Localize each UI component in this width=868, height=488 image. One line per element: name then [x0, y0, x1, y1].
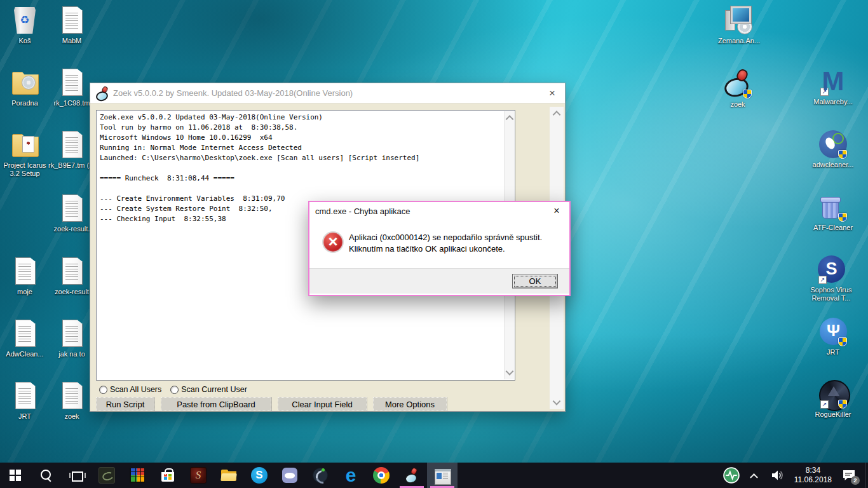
ok-button[interactable]: OK — [512, 274, 558, 288]
console-line: Running in: Normal Mode Internet Access … — [100, 143, 502, 153]
scroll-down-icon[interactable] — [505, 367, 513, 376]
swirl-app-icon[interactable] — [305, 463, 336, 488]
zoek-title-bar[interactable]: Zoek v5.0.0.2 by Smeenk. Updated 03-May-… — [90, 83, 565, 104]
run-script-button[interactable]: Run Script — [96, 397, 154, 411]
desktop-icon-art — [10, 256, 40, 287]
desktop-icon-art — [57, 193, 87, 224]
scroll-down-icon[interactable] — [553, 397, 561, 405]
desktop-icon-label: AdwClean... — [0, 350, 50, 358]
discord-icon[interactable] — [275, 463, 305, 488]
shortcut-arrow-icon — [820, 88, 829, 96]
desktop-icon-label: Zemana.An... — [714, 37, 764, 45]
zoek-taskbar-icon[interactable] — [397, 463, 427, 488]
desktop-icon-label: Malwareby... — [808, 98, 858, 106]
paste-from-clipboard-button[interactable]: Paste from ClipBoard — [161, 397, 271, 411]
desktop-icon-poradna[interactable]: Poradna — [0, 67, 50, 107]
microsoft-store-icon[interactable] — [153, 463, 183, 488]
desktop-icon-art — [10, 130, 40, 160]
desktop-icon-jrt[interactable]: JRT — [0, 381, 50, 421]
shortcut-arrow-icon — [818, 276, 827, 284]
desktop-icon-label: JRT — [0, 412, 50, 421]
error-dialog: cmd.exe - Chyba aplikace × Aplikaci (0xc… — [308, 201, 571, 296]
clock-date: 11.06.2018 — [794, 475, 832, 485]
rubiks-cube-app-icon[interactable] — [122, 463, 153, 488]
desktop-icon-label: Poradna — [0, 99, 50, 107]
game-app-icon[interactable] — [183, 463, 214, 488]
desktop-icon-label: RogueKiller — [808, 410, 858, 419]
task-view-icon[interactable] — [61, 463, 92, 488]
radio-circle-icon — [99, 386, 107, 394]
desktop-icon-jrt[interactable]: JRT — [808, 316, 858, 356]
clear-input-field-button[interactable]: Clear Input Field — [278, 397, 367, 411]
search-icon[interactable] — [31, 463, 61, 488]
clock[interactable]: 8:34 11.06.2018 — [792, 466, 834, 485]
desktop-icon-label: JRT — [808, 348, 858, 356]
console-line — [100, 184, 502, 194]
error-dialog-title-bar[interactable]: cmd.exe - Chyba aplikace × — [309, 202, 569, 220]
file-explorer-icon[interactable] — [214, 463, 244, 488]
console-window-taskbar-icon[interactable] — [427, 463, 458, 488]
desktop-icon-label: zoek — [713, 100, 763, 109]
chrome-icon[interactable] — [366, 463, 397, 488]
action-center-icon[interactable]: 2 — [841, 467, 857, 484]
desktop-icon-art — [724, 5, 754, 36]
scroll-up-icon[interactable] — [553, 111, 561, 119]
desktop-icon-label: zoek — [47, 412, 97, 421]
skype-icon[interactable] — [244, 463, 275, 488]
shield-overlay-icon — [838, 400, 847, 409]
desktop-icon-malwareby[interactable]: Malwareby... — [808, 66, 858, 106]
desktop-icon-label: moje — [0, 288, 50, 296]
desktop-icon-mabm[interactable]: MabM — [47, 5, 97, 45]
scroll-up-icon[interactable] — [505, 115, 513, 123]
nvidia-geforce-icon[interactable] — [92, 463, 122, 488]
desktop-icon-art — [818, 379, 848, 409]
console-line: Zoek.exe v5.0.0.2 Updated 03-May-2018(On… — [100, 112, 502, 123]
start-button[interactable] — [0, 463, 31, 488]
desktop-icon-moje[interactable]: moje — [0, 256, 50, 296]
desktop-icon-sophos-virus-removal-t[interactable]: Sophos Virus Removal T... — [806, 254, 856, 302]
system-monitor-tray-icon[interactable] — [723, 467, 740, 484]
error-icon — [323, 233, 342, 252]
close-icon[interactable]: × — [544, 202, 569, 220]
desktop-icon-label: Sophos Virus Removal T... — [806, 286, 856, 302]
error-dialog-title: cmd.exe - Chyba aplikace — [315, 207, 544, 216]
desktop-wallpaper: Koš MabM Poradna rk_1C98.tm Project Icar… — [0, 0, 868, 463]
volume-icon[interactable] — [769, 467, 785, 484]
desktop-icon-art — [10, 67, 40, 98]
radio-scan-all-users[interactable]: Scan All Users — [99, 385, 161, 394]
shield-overlay-icon — [838, 150, 847, 159]
desktop-icon-label: MabM — [47, 37, 97, 45]
edge-icon[interactable] — [336, 463, 366, 488]
system-tray: 8:34 11.06.2018 2 — [723, 463, 865, 488]
show-desktop-button[interactable] — [865, 463, 868, 488]
desktop-icon-zoek[interactable]: zoek — [713, 69, 763, 109]
desktop-icon-project-icarus-3-2-setup[interactable]: Project Icarus 3.2 Setup — [0, 130, 50, 178]
desktop-icon-adwcleaner[interactable]: adwcleaner... — [808, 129, 858, 169]
console-line: Microsoft Windows 10 Home 10.0.16299 x64 — [100, 133, 502, 143]
console-line — [100, 163, 502, 173]
desktop-icon-ko[interactable]: Koš — [0, 5, 50, 45]
radio-label: Scan Current User — [181, 385, 247, 394]
shortcut-arrow-icon — [820, 400, 829, 409]
desktop-icon-adwclean[interactable]: AdwClean... — [0, 318, 50, 358]
desktop-icon-label: Project Icarus 3.2 Setup — [0, 161, 50, 178]
shield-overlay-icon — [838, 337, 847, 346]
clock-time: 8:34 — [794, 466, 832, 475]
desktop-icon-art — [818, 192, 848, 222]
error-dialog-footer: OK — [309, 268, 569, 294]
radio-label: Scan All Users — [110, 385, 161, 394]
tray-expand-chevron-icon[interactable] — [746, 467, 763, 484]
desktop-icon-zemana-an[interactable]: Zemana.An... — [714, 5, 764, 45]
console-line: ===== Runcheck 8:31:08,44 ===== — [100, 173, 502, 184]
close-icon[interactable]: × — [539, 83, 565, 104]
shield-overlay-icon — [743, 90, 752, 98]
desktop-icon-atf-cleaner[interactable]: ATF-Cleaner — [808, 192, 858, 232]
desktop-icon-art — [818, 66, 848, 97]
zoek-app-icon — [95, 86, 109, 100]
desktop-icon-roguekiller[interactable]: RogueKiller — [808, 379, 858, 419]
more-options-button[interactable]: More Options — [373, 397, 447, 411]
shield-overlay-icon — [838, 213, 847, 222]
desktop-icon-art — [722, 69, 753, 99]
desktop-icon-label: Koš — [0, 37, 50, 45]
radio-scan-current-user[interactable]: Scan Current User — [170, 385, 247, 394]
